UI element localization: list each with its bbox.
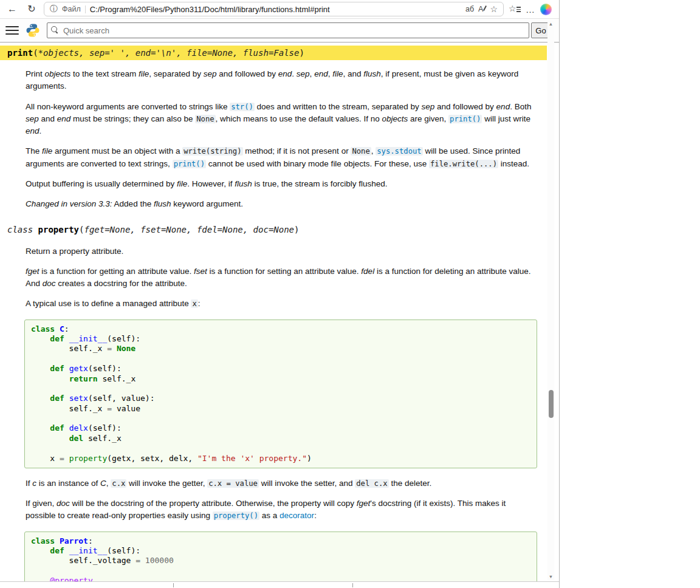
doc-link[interactable]: print()	[448, 115, 482, 123]
doc-text: sep	[204, 69, 217, 78]
doc-text: and followed by	[216, 69, 278, 78]
scroll-up-icon[interactable]: ▲	[547, 21, 554, 27]
code-token	[55, 324, 60, 333]
code-token	[31, 364, 50, 373]
code-token-o: =	[136, 556, 140, 565]
translate-icon[interactable]: аб	[465, 5, 474, 13]
browser-chrome: ← ↻ ⓘ Файл C:/Program%20Files/Python311/…	[0, 0, 559, 19]
doc-text: is a function for getting an attribute v…	[39, 267, 194, 276]
doc-text: objects	[382, 114, 408, 123]
doc-text: sep	[422, 102, 435, 111]
doc-text: A typical use is to define a managed att…	[26, 299, 191, 308]
doc-text: is a function for setting an attribute v…	[207, 267, 362, 276]
doc-text: write(string)	[182, 147, 242, 156]
bottom-tick	[173, 583, 174, 587]
doc-text: Output buffering is usually determined b…	[26, 179, 177, 188]
search-input[interactable]	[47, 22, 529, 38]
doc-text: )	[294, 225, 299, 234]
doc-text: flush	[235, 179, 252, 188]
doc-paragraph: fget is a function for getting an attrib…	[26, 265, 537, 290]
code-token: self._x	[83, 434, 122, 443]
code-token	[31, 576, 50, 581]
doc-link[interactable]: property()	[213, 511, 259, 520]
doc-paragraph: Changed in version 3.3: Added the flush …	[26, 198, 537, 210]
window-bottom-edge	[0, 581, 559, 588]
read-aloud-icon[interactable]: A	[478, 5, 486, 13]
code-token-s: "I'm the 'x' property."	[197, 454, 307, 463]
code-token	[112, 344, 117, 353]
favorite-star-icon[interactable]: ☆	[490, 4, 498, 14]
code-token: :	[88, 536, 93, 545]
definition-signature: class property(fget=None, fset=None, fde…	[0, 222, 547, 237]
copilot-icon[interactable]	[540, 4, 552, 15]
code-token-k: def	[50, 423, 64, 432]
doc-text: fset	[194, 267, 207, 276]
doc-text: end	[26, 126, 39, 135]
doc-paragraph: All non-keyword arguments are converted …	[26, 101, 537, 138]
code-token	[31, 374, 69, 383]
doc-text: , separated by	[149, 69, 203, 78]
code-token-k: return	[69, 374, 98, 383]
code-token	[64, 454, 69, 463]
menu-icon[interactable]	[5, 24, 19, 37]
search-container: Go	[47, 22, 551, 38]
code-token: :	[64, 324, 69, 333]
doc-link[interactable]: str()	[230, 103, 255, 111]
doc-text: fget	[26, 267, 39, 276]
code-token	[31, 423, 50, 432]
code-token-k: class	[31, 324, 55, 333]
doc-text: (	[33, 48, 38, 58]
code-token	[64, 334, 69, 343]
doc-text: will just write	[482, 114, 530, 123]
code-token	[31, 434, 69, 443]
more-menu-button[interactable]: …	[526, 4, 535, 15]
code-token: (self, value):	[88, 394, 155, 403]
doc-text: *objects, sep=' ', end='\n', file=None, …	[38, 48, 300, 58]
doc-text: is an instance of	[36, 479, 100, 488]
code-token-mi: 100000	[145, 556, 174, 565]
scrollbar-thumb[interactable]	[549, 390, 554, 418]
code-token-nf: __init__	[69, 334, 108, 343]
doc-text: Changed in version 3.3:	[26, 199, 112, 208]
code-token	[31, 394, 50, 403]
code-token	[31, 334, 50, 343]
doc-content: print(*objects, sep=' ', end='\n', file=…	[0, 43, 547, 581]
doc-text: Print	[26, 69, 45, 78]
doc-text: end	[314, 69, 328, 78]
doc-text: must be strings; they can also be	[70, 114, 195, 123]
favorites-icon[interactable]: ☆	[509, 3, 521, 15]
doc-text: , and	[343, 69, 363, 78]
doc-text: x	[191, 299, 197, 308]
doc-link[interactable]: sys.stdout	[376, 147, 422, 156]
python-logo[interactable]	[26, 23, 40, 38]
doc-text: class	[7, 225, 38, 234]
doc-text: The	[26, 146, 42, 156]
scrollbar[interactable]: ▲ ▼	[547, 21, 554, 580]
code-token-nf: getx	[69, 364, 88, 373]
doc-text: print	[7, 48, 33, 58]
doc-text: flush	[154, 199, 171, 208]
back-button[interactable]: ←	[5, 1, 19, 17]
doc-text: None	[195, 115, 215, 123]
code-token	[140, 556, 145, 565]
doc-text: to the text stream	[70, 69, 139, 78]
doc-text: doc	[43, 279, 56, 288]
doc-text: file	[139, 69, 149, 78]
doc-text: are given,	[408, 114, 448, 123]
doc-link[interactable]: decorator	[280, 511, 314, 520]
doc-text: sep	[26, 114, 39, 123]
docs-toolbar: Go	[0, 19, 559, 43]
doc-text: method; if it is not present or	[243, 146, 351, 156]
doc-text: None	[351, 147, 371, 156]
doc-text: If given,	[26, 499, 57, 508]
code-token: (getx, setx, delx,	[107, 454, 197, 463]
code-token-k: del	[69, 434, 83, 443]
address-bar[interactable]: ⓘ Файл C:/Program%20Files/Python311/Doc/…	[44, 2, 504, 16]
reload-button[interactable]: ↻	[24, 1, 39, 17]
scroll-down-icon[interactable]: ▼	[547, 573, 554, 580]
site-info-icon[interactable]: ⓘ	[50, 4, 58, 15]
doc-link[interactable]: print()	[173, 160, 206, 168]
code-token: (self):	[107, 334, 140, 343]
doc-text: del c.x	[355, 479, 388, 488]
doc-text: . Both	[510, 102, 531, 111]
